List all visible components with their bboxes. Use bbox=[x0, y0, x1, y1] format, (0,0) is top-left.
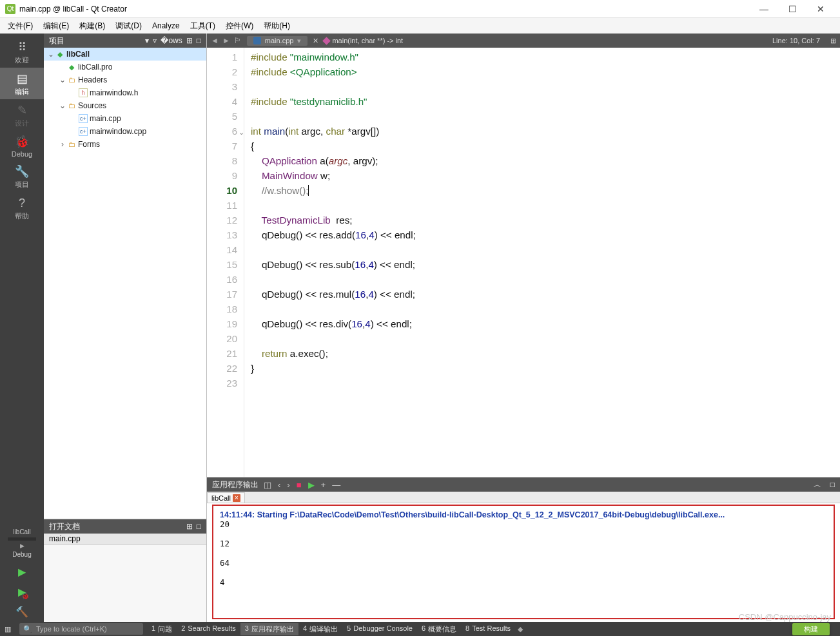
status-tab-8[interactable]: 8 Test Results bbox=[461, 623, 515, 635]
nav-fwd-icon[interactable]: ► bbox=[222, 36, 230, 45]
symbol-crumb[interactable]: main(int, char **) -> int bbox=[324, 37, 403, 44]
side-panel: 项目 ▾▿�ows⊞□ ⌄◆libCall◆libCall.pro⌄🗀Heade… bbox=[44, 34, 207, 622]
output-close-icon[interactable]: □ bbox=[830, 480, 835, 489]
output-up-icon[interactable]: ︿ bbox=[814, 479, 821, 490]
line-gutter[interactable]: 123456⌄7891011121314151617181920212223 bbox=[207, 48, 244, 477]
minimize-button[interactable]: — bbox=[750, 0, 778, 18]
tree-item-Sources[interactable]: ⌄🗀Sources bbox=[44, 99, 206, 112]
toggle-sidebar-icon[interactable]: ▥ bbox=[1, 622, 14, 635]
menu-编辑(E)[interactable]: 编辑(E) bbox=[38, 19, 74, 33]
mode-icon: ? bbox=[15, 196, 29, 210]
close-panel-icon[interactable]: □ bbox=[197, 522, 201, 531]
close-tab-icon[interactable]: × bbox=[233, 494, 240, 502]
folder-icon: 🗀 bbox=[67, 140, 76, 149]
mode-欢迎[interactable]: ⠿欢迎 bbox=[0, 36, 44, 68]
editor-area: ◄ ► 🏳 main.cpp ▾ ✕ main(int, char **) ->… bbox=[207, 34, 840, 622]
status-tab-1[interactable]: 1 问题 bbox=[147, 623, 177, 635]
function-icon bbox=[323, 37, 331, 45]
mode-icon: 🐞 bbox=[15, 135, 29, 149]
add-icon[interactable]: + bbox=[321, 480, 326, 490]
tree-item-Headers[interactable]: ⌄🗀Headers bbox=[44, 73, 206, 86]
close-button[interactable]: ✕ bbox=[806, 0, 835, 18]
status-tabs: 1 问题2 Search Results3 应用程序输出4 编译输出5 Debu… bbox=[147, 623, 515, 635]
mode-icon: ⠿ bbox=[15, 40, 29, 54]
output-prev-icon[interactable]: ‹ bbox=[278, 480, 280, 490]
status-more-icon[interactable]: ◆ bbox=[518, 625, 523, 633]
mode-项目[interactable]: 🔧项目 bbox=[0, 160, 44, 192]
locator-input[interactable]: 🔍 Type to locate (Ctrl+K) bbox=[19, 623, 143, 635]
expand-icon[interactable]: ⌄ bbox=[58, 75, 67, 84]
hammer-icon: 🔨 bbox=[15, 606, 28, 618]
file-crumb[interactable]: main.cpp ▾ bbox=[247, 36, 308, 46]
panel-tool[interactable]: □ bbox=[197, 36, 201, 45]
project-panel-title: 项目 bbox=[49, 35, 64, 46]
watermark: CSDN @Cappuccino-jay bbox=[739, 612, 831, 622]
output-body[interactable]: 14:11:44: Starting F:\DataRec\Code\Demo\… bbox=[212, 505, 835, 619]
menu-帮助(H)[interactable]: 帮助(H) bbox=[259, 19, 295, 33]
status-tab-6[interactable]: 6 概要信息 bbox=[417, 623, 461, 635]
attach-icon[interactable]: ◫ bbox=[264, 480, 271, 490]
kit-name: libCall bbox=[13, 528, 30, 535]
tree-item-Forms[interactable]: ›🗀Forms bbox=[44, 138, 206, 151]
status-tab-4[interactable]: 4 编译输出 bbox=[298, 623, 342, 635]
cpp-file-icon: c+ bbox=[79, 114, 88, 123]
panel-tool[interactable]: �ows bbox=[161, 36, 182, 45]
mode-编辑[interactable]: ▤编辑 bbox=[0, 68, 44, 99]
play-icon: ▶ bbox=[18, 566, 26, 578]
expand-icon[interactable]: ⌄ bbox=[46, 50, 55, 59]
rerun-icon[interactable]: ▶ bbox=[308, 480, 315, 490]
open-file-item[interactable]: main.cpp bbox=[44, 534, 206, 545]
panel-tool[interactable]: ▿ bbox=[153, 36, 157, 45]
output-title: 应用程序输出 bbox=[212, 479, 259, 490]
build-button[interactable]: 🔨 bbox=[0, 602, 44, 622]
status-tab-5[interactable]: 5 Debugger Console bbox=[342, 623, 417, 635]
open-files-list[interactable]: main.cpp bbox=[44, 534, 206, 622]
project-tree[interactable]: ⌄◆libCall◆libCall.pro⌄🗀Headershmainwindo… bbox=[44, 48, 206, 519]
nav-lock-icon[interactable]: 🏳 bbox=[234, 36, 242, 45]
menu-文件(F)[interactable]: 文件(F) bbox=[3, 19, 38, 33]
project-icon: ◆ bbox=[67, 63, 76, 72]
tree-item-main.cpp[interactable]: c+main.cpp bbox=[44, 112, 206, 125]
menu-工具(T)[interactable]: 工具(T) bbox=[185, 19, 220, 33]
search-icon: 🔍 bbox=[23, 625, 32, 633]
stop-icon[interactable]: ■ bbox=[297, 480, 302, 490]
remove-icon[interactable]: — bbox=[332, 480, 340, 490]
mode-设计[interactable]: ✎设计 bbox=[0, 99, 44, 131]
output-tab[interactable]: libCall × bbox=[207, 492, 245, 503]
build-badge[interactable]: 构建 bbox=[792, 623, 830, 635]
split-icon[interactable]: ⊞ bbox=[186, 522, 193, 531]
project-icon: ◆ bbox=[55, 50, 64, 59]
monitor-icon bbox=[8, 537, 36, 541]
split-editor-icon[interactable]: ⊞ bbox=[830, 37, 836, 45]
mode-Debug[interactable]: 🐞Debug bbox=[0, 131, 44, 160]
maximize-button[interactable]: ☐ bbox=[778, 0, 806, 18]
status-tab-3[interactable]: 3 应用程序输出 bbox=[240, 623, 298, 635]
menu-调试(D)[interactable]: 调试(D) bbox=[110, 19, 147, 33]
panel-tool[interactable]: ▾ bbox=[145, 36, 149, 45]
mode-帮助[interactable]: ?帮助 bbox=[0, 192, 44, 224]
menu-构建(B)[interactable]: 构建(B) bbox=[74, 19, 110, 33]
status-tab-2[interactable]: 2 Search Results bbox=[177, 623, 240, 635]
code-content[interactable]: #include "mainwindow.h"#include <QApplic… bbox=[244, 48, 840, 477]
panel-tool[interactable]: ⊞ bbox=[186, 36, 193, 45]
expand-icon[interactable]: ⌄ bbox=[58, 101, 67, 110]
mode-icon: ✎ bbox=[15, 103, 29, 117]
debug-run-button[interactable]: ▶🐞 bbox=[0, 582, 44, 602]
mode-icon: 🔧 bbox=[15, 164, 29, 178]
editor-toolbar: ◄ ► 🏳 main.cpp ▾ ✕ main(int, char **) ->… bbox=[207, 34, 840, 48]
fold-icon[interactable]: ⌄ bbox=[239, 128, 244, 137]
menu-Analyze[interactable]: Analyze bbox=[147, 20, 185, 32]
code-editor[interactable]: 123456⌄7891011121314151617181920212223 #… bbox=[207, 48, 840, 477]
tree-item-mainwindow.h[interactable]: hmainwindow.h bbox=[44, 86, 206, 99]
folder-icon: 🗀 bbox=[67, 101, 76, 110]
tree-item-libCall.pro[interactable]: ◆libCall.pro bbox=[44, 61, 206, 73]
tree-item-libCall[interactable]: ⌄◆libCall bbox=[44, 48, 206, 61]
tree-item-mainwindow.cpp[interactable]: c+mainwindow.cpp bbox=[44, 125, 206, 138]
kit-selector[interactable]: libCall ▶ Debug bbox=[0, 525, 44, 562]
nav-back-icon[interactable]: ◄ bbox=[211, 36, 219, 45]
output-next-icon[interactable]: › bbox=[287, 480, 289, 490]
run-button[interactable]: ▶ bbox=[0, 562, 44, 582]
menu-控件(W)[interactable]: 控件(W) bbox=[220, 19, 259, 33]
expand-icon[interactable]: › bbox=[58, 140, 67, 149]
close-file-icon[interactable]: ✕ bbox=[313, 37, 318, 45]
